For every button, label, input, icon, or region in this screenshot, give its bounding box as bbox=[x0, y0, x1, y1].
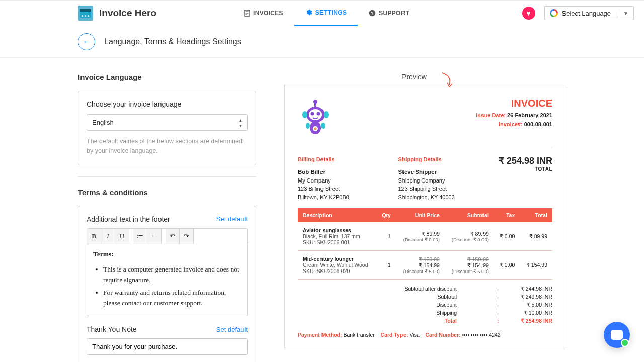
google-translate-icon bbox=[550, 9, 558, 17]
invoice-preview: INVOICE Issue Date: 26 February 2021 Inv… bbox=[284, 85, 566, 348]
nav-invoices[interactable]: INVOICES bbox=[232, 1, 294, 26]
invoice-logo bbox=[298, 98, 333, 139]
arrow-left-icon: ← bbox=[83, 37, 91, 46]
svg-text:?: ? bbox=[371, 11, 374, 16]
richtext-editor: B I U ≔ ≡ ↶ ↷ Terms: bbox=[87, 228, 248, 317]
svg-point-16 bbox=[314, 128, 317, 130]
invoice-title: INVOICE bbox=[476, 98, 552, 109]
grand-total: ₹ 254.98 INR TOTAL bbox=[499, 155, 552, 201]
nav-support-label: SUPPORT bbox=[379, 10, 409, 17]
terms-heading: Terms: bbox=[93, 249, 241, 260]
col-description: Description bbox=[298, 208, 376, 222]
language-label: Choose your invoice language bbox=[87, 100, 248, 108]
terms-bullet: This is a computer generated invoice and… bbox=[103, 264, 241, 286]
shipping-details: Shipping Details Steve Shipper Shipping … bbox=[398, 155, 483, 201]
preview-label: Preview bbox=[284, 73, 566, 81]
summary-total-row: Total:₹ 254.98 INR bbox=[298, 317, 552, 325]
summary-row: Subtotal:₹ 249.98 INR bbox=[298, 293, 552, 301]
language-selector[interactable]: Select Language ▼ bbox=[544, 6, 634, 20]
redo-icon: ↷ bbox=[184, 232, 189, 240]
line-item-row: Mid-century loungerCream White, Walnut W… bbox=[298, 251, 552, 280]
set-default-thankyou-link[interactable]: Set default bbox=[216, 326, 248, 333]
issue-date-value: 26 February 2021 bbox=[507, 112, 552, 118]
svg-point-10 bbox=[311, 112, 314, 116]
bullet-list-icon: ≔ bbox=[137, 232, 143, 240]
editor-content[interactable]: Terms: This is a computer generated invo… bbox=[87, 244, 247, 316]
nav-support[interactable]: ? SUPPORT bbox=[358, 1, 420, 26]
caret-down-icon: ▼ bbox=[623, 11, 628, 16]
nav-settings[interactable]: SETTINGS bbox=[294, 1, 358, 26]
bullet-list-button[interactable]: ≔ bbox=[133, 229, 147, 244]
nav-invoices-label: INVOICES bbox=[253, 10, 283, 17]
brand-logo-icon bbox=[78, 6, 93, 21]
nav-settings-label: SETTINGS bbox=[315, 9, 347, 16]
issue-date-label: Issue Date: bbox=[476, 112, 506, 118]
billing-details: Billing Details Bob Biller My Company 12… bbox=[298, 155, 383, 201]
top-bar: Invoice Hero INVOICES SETTINGS ? SUPPORT… bbox=[0, 0, 644, 26]
invoice-number-label: Invoice#: bbox=[499, 121, 523, 127]
heart-icon: ♥ bbox=[526, 9, 530, 17]
chat-button[interactable] bbox=[604, 322, 630, 348]
payment-info: Payment Method: Bank transfer Card Type:… bbox=[298, 332, 552, 338]
col-total: Total bbox=[520, 208, 552, 222]
settings-panel: Invoice Language Choose your invoice lan… bbox=[78, 73, 256, 362]
ordered-list-icon: ≡ bbox=[152, 232, 156, 240]
language-selector-label: Select Language bbox=[562, 10, 611, 17]
gear-icon bbox=[305, 9, 312, 16]
language-help-text: The default values of the below sections… bbox=[87, 137, 248, 156]
page-subheader: ← Language, Terms & Headings Settings bbox=[0, 26, 644, 58]
language-select[interactable]: English ▴▾ bbox=[87, 114, 248, 131]
bold-button[interactable]: B bbox=[87, 229, 101, 244]
summary-row: Shipping:₹ 10.00 INR bbox=[298, 309, 552, 317]
col-subtotal: Subtotal bbox=[445, 208, 494, 222]
svg-point-17 bbox=[306, 123, 310, 129]
back-button[interactable]: ← bbox=[78, 33, 95, 50]
main-content: Invoice Language Choose your invoice lan… bbox=[0, 58, 644, 362]
summary-row: Discount:₹ 5.00 INR bbox=[298, 301, 552, 309]
thank-you-input[interactable] bbox=[87, 338, 248, 355]
terms-card: Additional text in the footer Set defaul… bbox=[78, 206, 256, 363]
section-title-terms: Terms & conditions bbox=[78, 188, 256, 197]
language-card: Choose your invoice language English ▴▾ … bbox=[78, 90, 256, 165]
document-icon bbox=[243, 10, 250, 17]
terms-bullet: For warranty and returns related informa… bbox=[103, 288, 241, 309]
thank-you-label: Thank You Note bbox=[87, 325, 137, 333]
primary-nav: INVOICES SETTINGS ? SUPPORT bbox=[232, 1, 420, 26]
col-qty: Qty bbox=[376, 208, 396, 222]
help-icon: ? bbox=[369, 10, 376, 17]
invoice-number-value: 000-08-001 bbox=[524, 121, 552, 127]
undo-icon: ↶ bbox=[170, 232, 175, 240]
section-title-language: Invoice Language bbox=[78, 73, 256, 81]
divider bbox=[78, 176, 256, 177]
brand: Invoice Hero bbox=[78, 6, 156, 21]
editor-toolbar: B I U ≔ ≡ ↶ ↷ bbox=[87, 229, 247, 244]
page-title: Language, Terms & Headings Settings bbox=[104, 37, 242, 46]
line-items-table: Description Qty Unit Price Subtotal Tax … bbox=[298, 208, 552, 280]
svg-point-18 bbox=[321, 123, 325, 129]
undo-button[interactable]: ↶ bbox=[166, 229, 180, 244]
svg-rect-7 bbox=[314, 103, 316, 107]
preview-panel: Preview bbox=[284, 73, 566, 348]
curved-arrow-icon bbox=[440, 72, 455, 90]
brand-name: Invoice Hero bbox=[99, 8, 156, 19]
underline-button[interactable]: U bbox=[115, 229, 129, 244]
summary-row: Subtotal after discount:₹ 244.98 INR bbox=[298, 285, 552, 293]
redo-button[interactable]: ↷ bbox=[180, 229, 194, 244]
italic-button[interactable]: I bbox=[101, 229, 115, 244]
line-item-row: Aviator sunglassesBlack, Full Rim, 137 m… bbox=[298, 222, 552, 251]
svg-point-11 bbox=[317, 112, 320, 116]
footer-text-label: Additional text in the footer bbox=[87, 215, 170, 223]
select-caret-icon: ▴▾ bbox=[239, 117, 242, 128]
svg-point-13 bbox=[324, 111, 329, 118]
col-unit-price: Unit Price bbox=[396, 208, 445, 222]
col-tax: Tax bbox=[494, 208, 520, 222]
set-default-footer-link[interactable]: Set default bbox=[216, 215, 248, 223]
ordered-list-button[interactable]: ≡ bbox=[147, 229, 162, 244]
invoice-summary: Subtotal after discount:₹ 244.98 INRSubt… bbox=[298, 285, 552, 325]
favorite-button[interactable]: ♥ bbox=[522, 7, 535, 20]
chat-icon bbox=[611, 330, 623, 340]
language-select-value: English bbox=[92, 119, 114, 126]
robot-icon bbox=[298, 98, 333, 138]
svg-point-12 bbox=[302, 111, 307, 118]
